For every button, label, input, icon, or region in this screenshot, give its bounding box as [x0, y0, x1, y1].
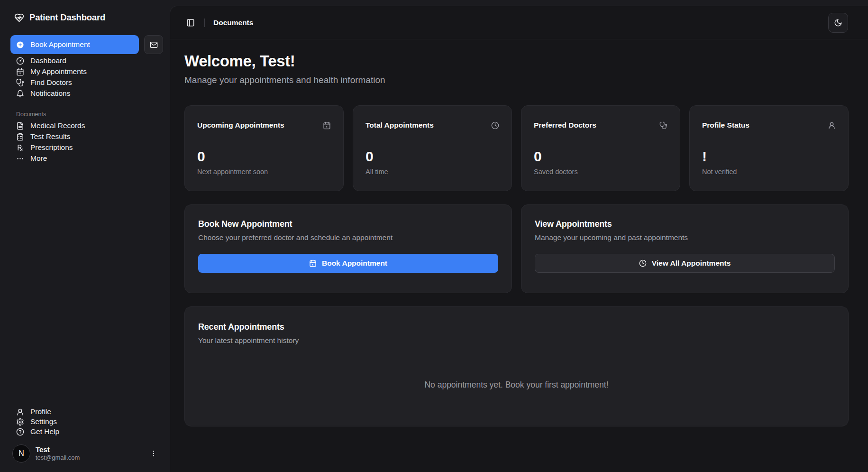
user-icon [16, 408, 24, 416]
stat-subtitle: Next appointment soon [197, 168, 331, 176]
app-title: Patient Dashboard [29, 12, 105, 23]
sidebar-item-notifications[interactable]: Notifications [10, 89, 163, 98]
recent-appointments-card: Recent Appointments Your latest appointm… [184, 306, 849, 426]
sidebar-item-settings[interactable]: Settings [10, 417, 163, 426]
sidebar: Patient Dashboard Book Appointment [0, 0, 170, 472]
sidebar-item-book-appointment[interactable]: Book Appointment [10, 35, 139, 54]
user-menu[interactable]: N Test test@gmail.com [10, 442, 163, 465]
avatar-initial: N [18, 449, 24, 458]
sidebar-item-label: Dashboard [30, 56, 66, 65]
stat-value: 0 [365, 149, 499, 164]
sidebar-item-test-results[interactable]: Test Results [10, 132, 163, 141]
stat-title: Profile Status [702, 121, 749, 130]
stat-subtitle: Saved doctors [534, 168, 667, 176]
clock-icon [491, 121, 499, 130]
main-content: Welcome, Test! Manage your appointments … [170, 39, 868, 426]
sidebar-item-medical-records[interactable]: Medical Records [10, 121, 163, 130]
clipboard-list-icon [16, 133, 24, 141]
action-cards: Book New Appointment Choose your preferr… [184, 204, 849, 293]
stat-card-preferred-doctors: Preferred Doctors 0 Saved doctors [521, 105, 680, 191]
calendar-icon [309, 259, 317, 267]
circle-plus-icon [16, 41, 24, 49]
main-panel: Documents Welcome, Test! Manage your app… [170, 6, 868, 472]
stat-title: Total Appointments [365, 121, 434, 130]
sidebar-item-label: Profile [30, 407, 51, 416]
stat-value: ! [702, 149, 836, 164]
sidebar-toggle-button[interactable] [183, 15, 199, 31]
moon-icon [834, 19, 842, 27]
sidebar-item-label: Settings [30, 417, 57, 426]
rx-icon [16, 144, 24, 152]
sidebar-item-dashboard[interactable]: Dashboard [10, 56, 163, 65]
book-appointment-button[interactable]: Book Appointment [198, 254, 498, 273]
sidebar-nav: Book Appointment Dashboard [10, 35, 163, 98]
stat-subtitle: Not verified [702, 168, 836, 176]
sidebar-item-label: Test Results [30, 132, 70, 141]
sidebar-item-label: Prescriptions [30, 143, 73, 152]
view-appointments-card: View Appointments Manage your upcoming a… [521, 204, 849, 293]
gear-icon [16, 418, 24, 426]
button-label: Book Appointment [322, 259, 387, 268]
user-icon [828, 121, 836, 130]
stat-title: Preferred Doctors [534, 121, 596, 130]
sidebar-item-get-help[interactable]: Get Help [10, 427, 163, 436]
sidebar-item-profile[interactable]: Profile [10, 407, 163, 416]
breadcrumb: Documents [213, 19, 253, 27]
card-description: Your latest appointment history [198, 336, 835, 345]
page-subtitle: Manage your appointments and health info… [184, 75, 849, 86]
card-title: Book New Appointment [198, 219, 498, 229]
sidebar-item-label: Find Doctors [30, 78, 72, 87]
clock-icon [639, 259, 647, 267]
stat-card-profile-status: Profile Status ! Not verified [689, 105, 849, 191]
page-title: Welcome, Test! [184, 52, 849, 71]
user-menu-button[interactable] [148, 448, 159, 459]
avatar: N [12, 444, 30, 463]
book-new-appointment-card: Book New Appointment Choose your preferr… [184, 204, 512, 293]
sidebar-footer: Profile Settings Get Help [10, 407, 163, 436]
file-text-icon [16, 122, 24, 130]
sidebar-item-label: More [30, 154, 47, 163]
card-description: Choose your preferred doctor and schedul… [198, 233, 498, 242]
sidebar-item-prescriptions[interactable]: Prescriptions [10, 143, 163, 152]
button-label: View All Appointments [652, 259, 731, 268]
help-circle-icon [16, 428, 24, 436]
card-description: Manage your upcoming and past appointmen… [535, 233, 835, 242]
calendar-icon [16, 68, 24, 76]
sidebar-header: Patient Dashboard [10, 9, 163, 28]
stat-card-upcoming-appointments: Upcoming Appointments 0 Next appointment… [184, 105, 344, 191]
user-name: Test [36, 445, 80, 454]
view-all-appointments-button[interactable]: View All Appointments [535, 254, 835, 273]
panel-left-icon [186, 19, 195, 27]
theme-toggle-button[interactable] [828, 13, 848, 33]
gauge-icon [16, 57, 24, 65]
calendar-icon [323, 121, 331, 130]
header-divider [204, 19, 205, 27]
user-meta: Test test@gmail.com [36, 445, 80, 462]
sidebar-item-label: Get Help [30, 427, 59, 436]
sidebar-item-label: Book Appointment [30, 40, 90, 49]
stat-card-total-appointments: Total Appointments 0 All time [353, 105, 512, 191]
mail-button[interactable] [144, 35, 163, 54]
bell-icon [16, 90, 24, 98]
stat-subtitle: All time [365, 168, 499, 176]
empty-state-message: No appointments yet. Book your first app… [198, 380, 835, 390]
stat-value: 0 [534, 149, 667, 164]
stethoscope-icon [659, 121, 667, 130]
sidebar-item-label: Notifications [30, 89, 70, 98]
card-title: Recent Appointments [198, 322, 835, 332]
card-title: View Appointments [535, 219, 835, 229]
sidebar-item-find-doctors[interactable]: Find Doctors [10, 78, 163, 87]
sidebar-documents-group: Medical Records Test Results Prescri [10, 121, 163, 163]
vertical-dots-icon [150, 450, 157, 457]
heart-pulse-icon [14, 13, 24, 23]
sidebar-section-label: Documents [16, 111, 163, 118]
stethoscope-icon [16, 79, 24, 87]
top-bar: Documents [170, 6, 868, 39]
sidebar-item-label: My Appointments [30, 67, 87, 76]
sidebar-item-label: Medical Records [30, 121, 85, 130]
ellipsis-icon [16, 155, 24, 163]
sidebar-item-more[interactable]: More [10, 154, 163, 163]
stats-grid: Upcoming Appointments 0 Next appointment… [184, 105, 849, 191]
mail-icon [150, 41, 158, 49]
sidebar-item-my-appointments[interactable]: My Appointments [10, 67, 163, 76]
